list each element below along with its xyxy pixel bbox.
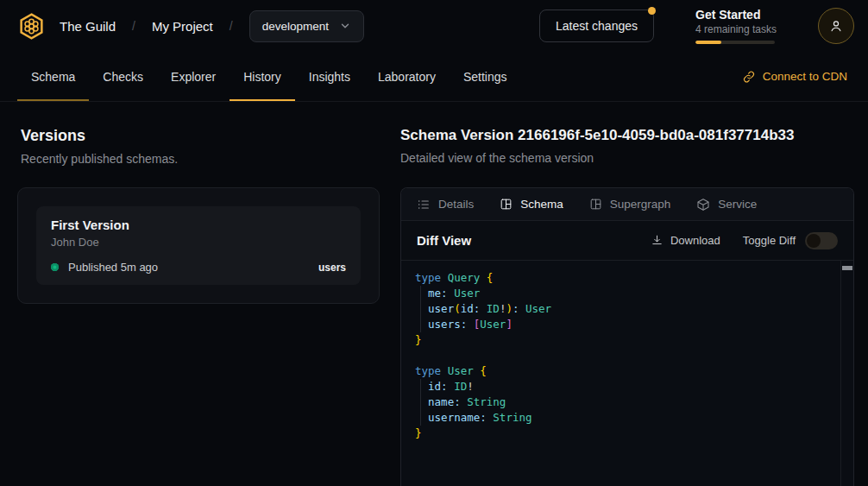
schema-code-viewer: type Query { me: User user(id: ID!): Use…	[401, 261, 853, 486]
detail-tab-supergraph[interactable]: Supergraph	[589, 198, 671, 211]
breadcrumb-project[interactable]: My Project	[152, 19, 213, 34]
version-title: First Version	[51, 218, 346, 232]
toggle-diff-label: Toggle Diff	[743, 234, 796, 247]
breadcrumb-separator: /	[230, 19, 233, 33]
app-header: The Guild / My Project / development Lat…	[0, 0, 868, 52]
code-line	[415, 348, 827, 363]
detail-tab-label: Schema	[520, 198, 563, 211]
schema-version-subtitle: Detailed view of the schema version	[400, 151, 854, 165]
target-selector-value: development	[262, 20, 329, 33]
detail-tabs: DetailsSchemaSupergraphService	[401, 188, 853, 221]
toggle-knob	[807, 234, 821, 248]
code-line: users: [User]	[415, 317, 827, 332]
latest-changes-label: Latest changes	[556, 19, 638, 33]
target-selector-dropdown[interactable]: development	[249, 10, 364, 42]
connect-to-cdn-button[interactable]: Connect to CDN	[742, 52, 847, 101]
versions-column: Versions Recently published schemas. Fir…	[0, 102, 380, 304]
status-dot-green	[51, 263, 59, 271]
version-author: John Doe	[51, 236, 346, 249]
get-started-subtitle: 4 remaining tasks	[695, 23, 775, 35]
breadcrumb: The Guild / My Project /	[60, 19, 233, 34]
version-service-badge: users	[318, 262, 346, 274]
hive-logo-icon[interactable]	[17, 12, 46, 41]
version-status: Published 5m ago	[68, 261, 158, 274]
code-scrollbar	[840, 261, 853, 486]
list-icon	[417, 198, 431, 211]
get-started-progress-fill	[695, 41, 721, 44]
columns-icon	[500, 198, 513, 211]
code-line: type User {	[415, 363, 827, 379]
code-line: id: ID!	[415, 379, 827, 394]
connect-to-cdn-label: Connect to CDN	[763, 70, 847, 83]
version-list-item[interactable]: First VersionJohn DoePublished 5m agouse…	[36, 206, 361, 285]
tab-settings[interactable]: Settings	[450, 52, 521, 101]
versions-title: Versions	[21, 127, 380, 145]
versions-card: First VersionJohn DoePublished 5m agouse…	[17, 187, 380, 304]
detail-tab-details[interactable]: Details	[417, 198, 474, 211]
download-button[interactable]: Download	[651, 234, 720, 247]
code-line: }	[415, 332, 827, 348]
download-label: Download	[670, 234, 720, 247]
schema-version-panel: DetailsSchemaSupergraphService Diff View…	[400, 187, 854, 486]
code-line: }	[415, 426, 827, 441]
notification-dot	[648, 7, 656, 15]
breadcrumb-separator: /	[132, 19, 135, 33]
latest-changes-button[interactable]: Latest changes	[539, 9, 654, 42]
columns-icon	[589, 198, 602, 211]
version-detail-column: Schema Version 2166196f-5e10-4059-bd0a-0…	[380, 102, 868, 486]
primary-tabs: SchemaChecksExplorerHistoryInsightsLabor…	[17, 52, 521, 101]
tab-history[interactable]: History	[230, 52, 295, 101]
breadcrumb-org[interactable]: The Guild	[60, 19, 116, 34]
detail-tab-label: Supergraph	[610, 198, 671, 211]
main-content: Versions Recently published schemas. Fir…	[0, 102, 868, 486]
detail-tab-schema[interactable]: Schema	[500, 198, 563, 211]
code-line: username: String	[415, 410, 827, 426]
tab-laboratory[interactable]: Laboratory	[364, 52, 450, 101]
tab-schema[interactable]: Schema	[17, 52, 89, 101]
detail-tab-service[interactable]: Service	[696, 198, 757, 211]
code-scrollbar-thumb[interactable]	[842, 266, 852, 270]
indent-guide	[420, 286, 421, 332]
chevron-down-icon	[339, 20, 351, 32]
tab-checks[interactable]: Checks	[89, 52, 157, 101]
toggle-diff-control: Toggle Diff	[743, 232, 838, 249]
diff-view-header: Diff View Download Toggle Diff	[401, 221, 853, 261]
tab-insights[interactable]: Insights	[295, 52, 364, 101]
code-line: user(id: ID!): User	[415, 301, 827, 317]
code-line: name: String	[415, 394, 827, 410]
get-started-widget[interactable]: Get Started 4 remaining tasks	[695, 8, 775, 44]
user-avatar[interactable]	[818, 8, 854, 44]
code-line: type Query {	[415, 270, 827, 286]
schema-version-title: Schema Version 2166196f-5e10-4059-bd0a-0…	[400, 127, 854, 144]
detail-tab-label: Service	[718, 198, 757, 211]
primary-nav: SchemaChecksExplorerHistoryInsightsLabor…	[0, 52, 868, 102]
get-started-progressbar	[695, 41, 775, 44]
version-list: First VersionJohn DoePublished 5m agouse…	[36, 206, 361, 285]
tab-explorer[interactable]: Explorer	[157, 52, 230, 101]
toggle-diff-switch[interactable]	[805, 232, 838, 249]
code-content: type Query { me: User user(id: ID!): Use…	[415, 270, 827, 441]
get-started-title: Get Started	[695, 8, 775, 22]
diff-view-title: Diff View	[417, 233, 471, 248]
download-icon	[651, 234, 664, 247]
versions-subtitle: Recently published schemas.	[21, 152, 380, 166]
link-icon	[742, 70, 756, 84]
code-line: me: User	[415, 286, 827, 301]
indent-guide	[420, 379, 421, 426]
detail-tab-label: Details	[438, 198, 474, 211]
user-icon	[828, 18, 844, 34]
cube-icon	[696, 198, 710, 211]
